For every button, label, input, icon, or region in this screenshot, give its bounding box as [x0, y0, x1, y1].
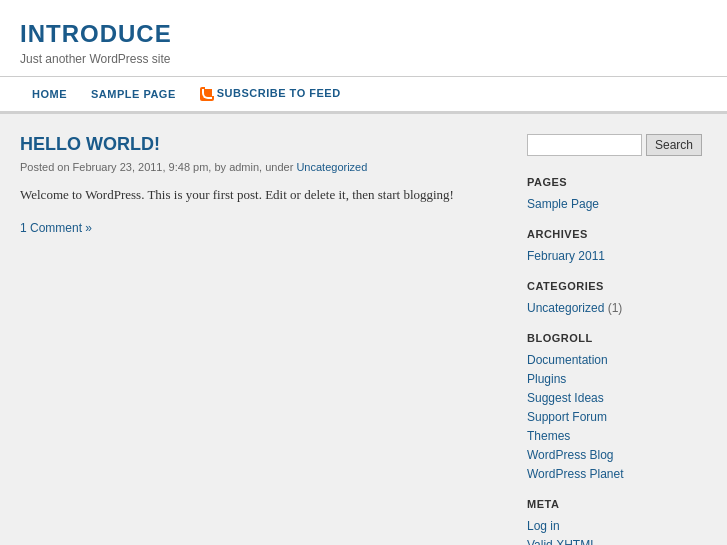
post-meta: Posted on February 23, 2011, 9:48 pm, by…: [20, 161, 507, 173]
list-item: WordPress Blog: [527, 447, 707, 463]
sidebar: Search PAGES Sample Page ARCHIVES Februa…: [527, 134, 707, 545]
plugins-link[interactable]: Plugins: [527, 372, 566, 386]
list-item: Uncategorized (1): [527, 300, 707, 316]
search-widget: Search: [527, 134, 707, 156]
archives-list: February 2011: [527, 248, 707, 264]
blogroll-widget-title: BLOGROLL: [527, 332, 707, 344]
sample-page-link[interactable]: Sample Page: [527, 197, 599, 211]
rss-icon: [200, 87, 214, 101]
site-title: INTRODUCE: [20, 20, 707, 48]
comments-link[interactable]: 1 Comment »: [20, 221, 92, 235]
search-input[interactable]: [527, 134, 642, 156]
list-item: Suggest Ideas: [527, 390, 707, 406]
login-link[interactable]: Log in: [527, 519, 560, 533]
post-title-link[interactable]: HELLO WORLD!: [20, 134, 160, 154]
pages-list: Sample Page: [527, 196, 707, 212]
wordpress-planet-link[interactable]: WordPress Planet: [527, 467, 624, 481]
post-content: Welcome to WordPress. This is your first…: [20, 185, 507, 206]
main-content: HELLO WORLD! Posted on February 23, 2011…: [20, 134, 507, 545]
documentation-link[interactable]: Documentation: [527, 353, 608, 367]
list-item: Log in: [527, 518, 707, 534]
list-item: February 2011: [527, 248, 707, 264]
feb-2011-link[interactable]: February 2011: [527, 249, 605, 263]
nav-subscribe[interactable]: SUBSCRIBE TO FEED: [188, 77, 353, 111]
list-item: Plugins: [527, 371, 707, 387]
site-tagline: Just another WordPress site: [20, 52, 707, 66]
list-item: Themes: [527, 428, 707, 444]
meta-list: Log in Valid XHTML XFN WordPress: [527, 518, 707, 545]
archives-widget-title: ARCHIVES: [527, 228, 707, 240]
meta-widget-title: META: [527, 498, 707, 510]
xhtml-abbr: XHTML: [556, 538, 597, 545]
blogroll-list: Documentation Plugins Suggest Ideas Supp…: [527, 352, 707, 482]
nav-home[interactable]: HOME: [20, 78, 79, 110]
suggest-ideas-link[interactable]: Suggest Ideas: [527, 391, 604, 405]
list-item: Support Forum: [527, 409, 707, 425]
categories-widget-title: CATEGORIES: [527, 280, 707, 292]
uncategorized-link[interactable]: Uncategorized: [527, 301, 604, 315]
post-category-link[interactable]: Uncategorized: [296, 161, 367, 173]
list-item: Valid XHTML: [527, 537, 707, 545]
list-item: Documentation: [527, 352, 707, 368]
wordpress-blog-link[interactable]: WordPress Blog: [527, 448, 613, 462]
categories-list: Uncategorized (1): [527, 300, 707, 316]
category-count: (1): [608, 301, 623, 315]
post-footer: 1 Comment »: [20, 220, 507, 236]
post-title: HELLO WORLD!: [20, 134, 507, 155]
post: HELLO WORLD! Posted on February 23, 2011…: [20, 134, 507, 236]
list-item: WordPress Planet: [527, 466, 707, 482]
list-item: Sample Page: [527, 196, 707, 212]
search-button[interactable]: Search: [646, 134, 702, 156]
nav-sample-page[interactable]: SAMPLE PAGE: [79, 78, 188, 110]
themes-link[interactable]: Themes: [527, 429, 570, 443]
valid-xhtml-link[interactable]: Valid XHTML: [527, 538, 597, 545]
pages-widget-title: PAGES: [527, 176, 707, 188]
support-forum-link[interactable]: Support Forum: [527, 410, 607, 424]
